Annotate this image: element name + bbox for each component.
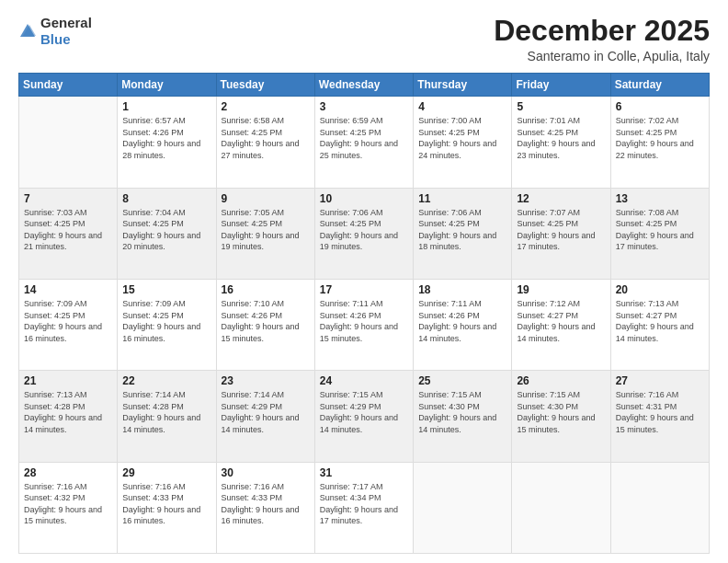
table-row: 25Sunrise: 7:15 AMSunset: 4:30 PMDayligh… bbox=[414, 371, 512, 462]
day-number: 2 bbox=[222, 100, 310, 113]
daylight-text: Daylight: 9 hours and 19 minutes. bbox=[320, 231, 398, 252]
day-number: 20 bbox=[616, 283, 704, 296]
day-number: 28 bbox=[24, 466, 112, 479]
sunrise-text: Sunrise: 7:12 AM bbox=[517, 299, 580, 308]
calendar-header-row: Sunday Monday Tuesday Wednesday Thursday… bbox=[19, 74, 710, 97]
table-row: 21Sunrise: 7:13 AMSunset: 4:28 PMDayligh… bbox=[19, 371, 118, 462]
sunrise-text: Sunrise: 7:14 AM bbox=[122, 390, 186, 399]
daylight-text: Daylight: 9 hours and 16 minutes. bbox=[122, 322, 200, 343]
table-row: 22Sunrise: 7:14 AMSunset: 4:28 PMDayligh… bbox=[118, 371, 216, 462]
sunrise-text: Sunrise: 7:11 AM bbox=[320, 299, 383, 308]
daylight-text: Daylight: 9 hours and 14 minutes. bbox=[616, 322, 694, 343]
table-row: 8Sunrise: 7:04 AMSunset: 4:25 PMDaylight… bbox=[118, 188, 216, 279]
sunrise-text: Sunrise: 7:06 AM bbox=[320, 208, 383, 217]
table-row: 14Sunrise: 7:09 AMSunset: 4:25 PMDayligh… bbox=[19, 279, 118, 370]
daylight-text: Daylight: 9 hours and 17 minutes. bbox=[517, 231, 595, 252]
sunrise-text: Sunrise: 6:58 AM bbox=[222, 116, 285, 125]
daylight-text: Daylight: 9 hours and 15 minutes. bbox=[616, 413, 694, 434]
sunset-text: Sunset: 4:28 PM bbox=[24, 402, 85, 411]
daylight-text: Daylight: 9 hours and 14 minutes. bbox=[24, 413, 102, 434]
daylight-text: Daylight: 9 hours and 15 minutes. bbox=[320, 322, 398, 343]
sunrise-text: Sunrise: 7:03 AM bbox=[24, 208, 87, 217]
sunrise-text: Sunrise: 7:14 AM bbox=[222, 390, 285, 399]
day-number: 6 bbox=[616, 100, 704, 113]
day-number: 11 bbox=[418, 192, 506, 205]
day-number: 7 bbox=[24, 192, 112, 205]
table-row: 3Sunrise: 6:59 AMSunset: 4:25 PMDaylight… bbox=[314, 97, 413, 188]
logo-general: General bbox=[40, 15, 92, 30]
sunrise-text: Sunrise: 7:11 AM bbox=[418, 299, 482, 308]
table-row: 19Sunrise: 7:12 AMSunset: 4:27 PMDayligh… bbox=[512, 279, 610, 370]
day-info: Sunrise: 7:16 AMSunset: 4:33 PMDaylight:… bbox=[222, 481, 310, 527]
daylight-text: Daylight: 9 hours and 14 minutes. bbox=[320, 413, 398, 434]
day-info: Sunrise: 7:16 AMSunset: 4:32 PMDaylight:… bbox=[24, 481, 112, 527]
day-info: Sunrise: 7:14 AMSunset: 4:28 PMDaylight:… bbox=[122, 389, 210, 435]
title-block: December 2025 Santeramo in Colle, Apulia… bbox=[494, 15, 710, 63]
sunset-text: Sunset: 4:25 PM bbox=[418, 128, 480, 137]
day-number: 21 bbox=[24, 374, 112, 387]
sunrise-text: Sunrise: 7:15 AM bbox=[517, 390, 580, 399]
day-info: Sunrise: 7:08 AMSunset: 4:25 PMDaylight:… bbox=[616, 207, 704, 253]
sunrise-text: Sunrise: 6:59 AM bbox=[320, 116, 383, 125]
sunrise-text: Sunrise: 7:10 AM bbox=[222, 299, 285, 308]
sunrise-text: Sunrise: 7:16 AM bbox=[122, 482, 186, 491]
sunset-text: Sunset: 4:26 PM bbox=[222, 311, 283, 320]
sunset-text: Sunset: 4:25 PM bbox=[222, 128, 283, 137]
sunrise-text: Sunrise: 7:05 AM bbox=[222, 208, 285, 217]
day-info: Sunrise: 7:11 AMSunset: 4:26 PMDaylight:… bbox=[418, 298, 506, 344]
daylight-text: Daylight: 9 hours and 19 minutes. bbox=[222, 231, 300, 252]
sunset-text: Sunset: 4:25 PM bbox=[616, 128, 677, 137]
daylight-text: Daylight: 9 hours and 16 minutes. bbox=[222, 505, 300, 526]
sunset-text: Sunset: 4:25 PM bbox=[517, 219, 578, 228]
month-title: December 2025 bbox=[494, 15, 710, 47]
sunset-text: Sunset: 4:26 PM bbox=[320, 311, 381, 320]
day-number: 30 bbox=[222, 466, 310, 479]
day-info: Sunrise: 7:00 AMSunset: 4:25 PMDaylight:… bbox=[418, 115, 506, 161]
sunrise-text: Sunrise: 7:04 AM bbox=[122, 208, 186, 217]
day-number: 23 bbox=[222, 374, 310, 387]
table-row: 12Sunrise: 7:07 AMSunset: 4:25 PMDayligh… bbox=[512, 188, 610, 279]
day-number: 13 bbox=[616, 192, 704, 205]
col-saturday: Saturday bbox=[610, 74, 709, 97]
day-number: 19 bbox=[517, 283, 605, 296]
daylight-text: Daylight: 9 hours and 14 minutes. bbox=[418, 322, 496, 343]
sunset-text: Sunset: 4:25 PM bbox=[122, 219, 184, 228]
location-subtitle: Santeramo in Colle, Apulia, Italy bbox=[494, 49, 710, 63]
logo-blue: Blue bbox=[40, 31, 71, 47]
sunset-text: Sunset: 4:25 PM bbox=[222, 219, 283, 228]
col-monday: Monday bbox=[118, 74, 216, 97]
col-tuesday: Tuesday bbox=[216, 74, 314, 97]
day-number: 1 bbox=[122, 100, 210, 113]
daylight-text: Daylight: 9 hours and 23 minutes. bbox=[517, 139, 595, 160]
table-row bbox=[414, 462, 512, 553]
day-info: Sunrise: 7:10 AMSunset: 4:26 PMDaylight:… bbox=[222, 298, 310, 344]
daylight-text: Daylight: 9 hours and 14 minutes. bbox=[418, 413, 496, 434]
sunrise-text: Sunrise: 7:15 AM bbox=[320, 390, 383, 399]
day-number: 10 bbox=[320, 192, 408, 205]
sunset-text: Sunset: 4:33 PM bbox=[222, 493, 283, 502]
logo-text: General Blue bbox=[40, 15, 92, 48]
table-row bbox=[512, 462, 610, 553]
table-row: 24Sunrise: 7:15 AMSunset: 4:29 PMDayligh… bbox=[314, 371, 413, 462]
sunset-text: Sunset: 4:26 PM bbox=[122, 128, 184, 137]
table-row: 5Sunrise: 7:01 AMSunset: 4:25 PMDaylight… bbox=[512, 97, 610, 188]
sunset-text: Sunset: 4:29 PM bbox=[320, 402, 381, 411]
sunrise-text: Sunrise: 7:13 AM bbox=[616, 299, 679, 308]
daylight-text: Daylight: 9 hours and 22 minutes. bbox=[616, 139, 694, 160]
table-row: 23Sunrise: 7:14 AMSunset: 4:29 PMDayligh… bbox=[216, 371, 314, 462]
day-number: 14 bbox=[24, 283, 112, 296]
day-info: Sunrise: 7:09 AMSunset: 4:25 PMDaylight:… bbox=[122, 298, 210, 344]
sunset-text: Sunset: 4:28 PM bbox=[122, 402, 184, 411]
logo: General Blue bbox=[18, 15, 92, 48]
sunrise-text: Sunrise: 7:16 AM bbox=[616, 390, 679, 399]
table-row bbox=[610, 462, 709, 553]
table-row: 2Sunrise: 6:58 AMSunset: 4:25 PMDaylight… bbox=[216, 97, 314, 188]
table-row: 17Sunrise: 7:11 AMSunset: 4:26 PMDayligh… bbox=[314, 279, 413, 370]
sunset-text: Sunset: 4:25 PM bbox=[517, 128, 578, 137]
calendar-week-row: 1Sunrise: 6:57 AMSunset: 4:26 PMDaylight… bbox=[19, 97, 710, 188]
day-info: Sunrise: 7:04 AMSunset: 4:25 PMDaylight:… bbox=[122, 207, 210, 253]
table-row: 11Sunrise: 7:06 AMSunset: 4:25 PMDayligh… bbox=[414, 188, 512, 279]
day-number: 9 bbox=[222, 192, 310, 205]
table-row: 4Sunrise: 7:00 AMSunset: 4:25 PMDaylight… bbox=[414, 97, 512, 188]
day-info: Sunrise: 7:06 AMSunset: 4:25 PMDaylight:… bbox=[320, 207, 408, 253]
